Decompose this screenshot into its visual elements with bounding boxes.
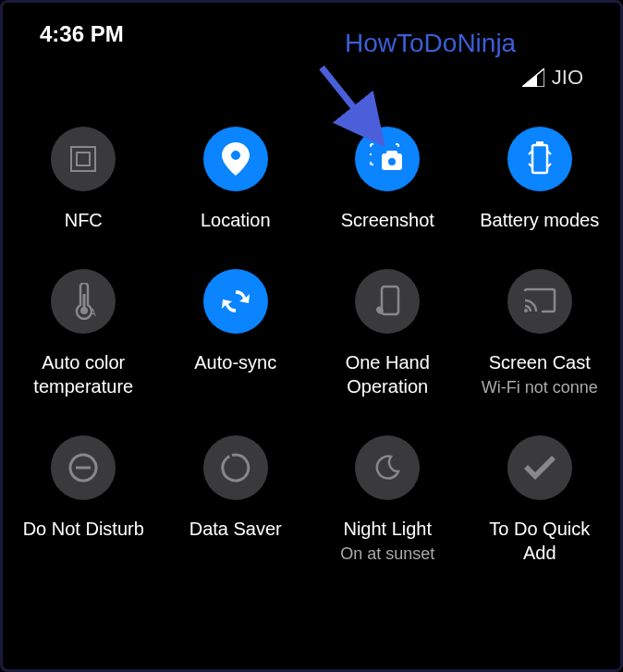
- data-saver-icon: [203, 435, 268, 500]
- tile-label: Auto color temperature: [33, 350, 133, 398]
- tile-label: Location: [201, 208, 271, 232]
- tile-do-not-disturb[interactable]: Do Not Disturb: [12, 435, 155, 565]
- checkmark-icon: [507, 435, 572, 500]
- moon-icon: [355, 435, 420, 500]
- one-hand-icon: [355, 269, 420, 334]
- dnd-icon: [51, 435, 116, 500]
- svg-rect-10: [536, 141, 544, 145]
- tile-nfc[interactable]: NFC: [12, 127, 155, 232]
- svg-rect-4: [71, 147, 95, 171]
- tile-one-hand-operation[interactable]: One Hand Operation: [316, 269, 459, 398]
- nfc-icon: [51, 127, 116, 191]
- tile-auto-color-temperature[interactable]: A Auto color temperature: [12, 269, 155, 398]
- tile-label: One Hand Operation: [346, 350, 430, 398]
- tile-label: Battery modes: [480, 208, 599, 232]
- tile-screen-cast[interactable]: Screen Cast Wi-Fi not conne: [469, 269, 612, 398]
- tile-auto-sync[interactable]: Auto-sync: [165, 269, 308, 398]
- time-label: 4:36 PM: [40, 21, 124, 47]
- tile-battery-modes[interactable]: Battery modes: [469, 127, 612, 232]
- tile-label: Night Light: [343, 517, 432, 541]
- tile-sublabel: Wi-Fi not conne: [482, 378, 598, 397]
- tile-label: Auto-sync: [194, 350, 276, 374]
- svg-rect-14: [382, 287, 398, 314]
- svg-point-15: [524, 309, 528, 312]
- tile-night-light[interactable]: Night Light On at sunset: [316, 435, 459, 565]
- annotation-arrow-icon: [299, 58, 400, 160]
- location-icon: [203, 127, 268, 191]
- svg-text:A: A: [90, 308, 96, 318]
- svg-line-1: [322, 67, 377, 137]
- status-bar: 4:36 PM: [3, 3, 620, 56]
- carrier-label: JIO: [552, 66, 583, 90]
- annotation-text: HowToDoNinja: [345, 29, 516, 58]
- battery-icon: [507, 127, 572, 191]
- signal-icon: [522, 68, 544, 87]
- tile-data-saver[interactable]: Data Saver: [165, 435, 308, 565]
- quick-settings-grid: NFC Location Screenshot: [3, 108, 620, 583]
- sync-icon: [203, 269, 268, 334]
- tile-location[interactable]: Location: [165, 127, 308, 232]
- tile-label: Data Saver: [189, 517, 282, 541]
- tile-todo-quick-add[interactable]: To Do Quick Add: [469, 435, 612, 565]
- tile-label: To Do Quick Add: [489, 517, 590, 565]
- svg-rect-5: [77, 153, 90, 165]
- tile-sublabel: On at sunset: [340, 544, 434, 564]
- tile-label: Screenshot: [341, 208, 434, 232]
- thermometer-icon: A: [51, 269, 116, 334]
- tile-label: NFC: [65, 208, 103, 232]
- tile-label: Do Not Disturb: [23, 517, 144, 541]
- tile-label: Screen Cast: [489, 350, 591, 374]
- cast-icon: [507, 269, 572, 334]
- svg-rect-9: [532, 145, 547, 173]
